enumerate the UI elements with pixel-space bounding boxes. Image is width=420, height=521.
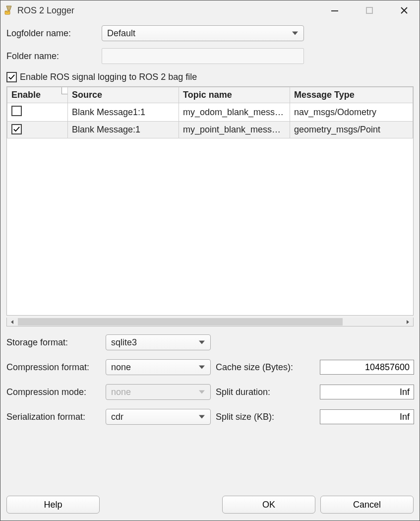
row-enable-checkbox[interactable]	[11, 124, 22, 134]
row-msgtype-cell[interactable]: nav_msgs/Odometry	[290, 103, 413, 122]
check-icon	[8, 73, 15, 81]
chevron-down-icon	[198, 387, 205, 397]
foldername-label: Folder name:	[6, 51, 102, 62]
svg-rect-1	[331, 10, 338, 11]
options-grid: Storage format: sqlite3 Compression form…	[6, 334, 414, 425]
compression-format-dropdown[interactable]: none	[106, 359, 211, 375]
ok-button[interactable]: OK	[222, 496, 315, 514]
enable-logging-row: Enable ROS signal logging to ROS 2 bag f…	[6, 72, 414, 82]
table-horizontal-scrollbar[interactable]	[6, 318, 414, 326]
close-button[interactable]	[397, 3, 412, 18]
cancel-button[interactable]: Cancel	[320, 496, 414, 514]
enable-logging-checkbox[interactable]	[6, 72, 17, 82]
scrollbar-thumb-gap	[343, 318, 402, 326]
row-enable-cell[interactable]	[7, 122, 68, 138]
col-header-msgtype[interactable]: Message Type	[290, 87, 413, 103]
chevron-down-icon	[198, 362, 205, 373]
compression-mode-label: Compression mode:	[6, 387, 103, 397]
chevron-down-icon	[198, 412, 205, 422]
row-msgtype-cell[interactable]: geometry_msgs/Point	[290, 122, 413, 138]
logfolder-label: Logfolder name:	[6, 28, 102, 39]
col-header-topic[interactable]: Topic name	[179, 87, 290, 103]
split-duration-label: Split duration:	[216, 387, 317, 397]
logfolder-value: Default	[107, 28, 135, 39]
dialog-window: ROS 2 Logger Logfolder name: Default	[0, 0, 420, 521]
dialog-body: Logfolder name: Default Folder name: Ena…	[0, 20, 420, 491]
serialization-format-value: cdr	[111, 412, 123, 422]
foldername-input[interactable]	[102, 48, 304, 64]
scrollbar-track[interactable]	[18, 318, 402, 326]
cache-size-label: Cache size (Bytes):	[216, 362, 317, 373]
cache-size-input[interactable]	[320, 360, 414, 375]
row-enable-checkbox[interactable]	[11, 106, 22, 116]
logfolder-row: Logfolder name: Default	[6, 25, 414, 41]
split-size-label: Split size (KB):	[216, 412, 317, 422]
chevron-down-icon	[292, 28, 299, 39]
col-header-enable-label: Enable	[11, 90, 41, 100]
table-row[interactable]: Blank Message1:1 my_odom_blank_messa… na…	[7, 103, 413, 122]
titlebar: ROS 2 Logger	[0, 0, 420, 20]
compression-mode-dropdown: none	[106, 384, 211, 400]
window-title: ROS 2 Logger	[17, 5, 74, 16]
foldername-row: Folder name:	[6, 48, 414, 64]
storage-format-label: Storage format:	[6, 337, 103, 348]
row-source-cell[interactable]: Blank Message:1	[68, 122, 179, 138]
row-topic-cell[interactable]: my_point_blank_message	[179, 122, 290, 138]
minimize-button[interactable]	[327, 3, 342, 18]
help-button[interactable]: Help	[6, 496, 100, 514]
check-icon	[13, 126, 20, 133]
enable-logging-label: Enable ROS signal logging to ROS 2 bag f…	[20, 72, 197, 82]
scroll-left-icon[interactable]	[7, 318, 18, 326]
storage-format-value: sqlite3	[111, 337, 137, 348]
chevron-down-icon	[198, 337, 205, 348]
table-header-row: Enable Source Topic name Message Type	[7, 87, 413, 103]
storage-format-dropdown[interactable]: sqlite3	[106, 334, 211, 350]
table-row[interactable]: Blank Message:1 my_point_blank_message g…	[7, 122, 413, 138]
row-enable-cell[interactable]	[7, 103, 68, 122]
compression-mode-value: none	[111, 387, 131, 397]
serialization-format-label: Serialization format:	[6, 412, 103, 422]
header-select-all-checkbox[interactable]	[61, 87, 68, 95]
row-source-cell[interactable]: Blank Message1:1	[68, 103, 179, 122]
split-duration-input[interactable]	[320, 385, 414, 399]
app-icon	[3, 5, 14, 16]
split-size-input[interactable]	[320, 409, 414, 424]
table-empty-space	[7, 138, 413, 315]
serialization-format-dropdown[interactable]: cdr	[106, 409, 211, 425]
signal-table-container: Enable Source Topic name Message Type Bl…	[6, 86, 414, 316]
col-header-enable[interactable]: Enable	[7, 87, 68, 103]
svg-rect-2	[366, 7, 372, 13]
compression-format-value: none	[111, 362, 131, 373]
col-header-source[interactable]: Source	[68, 87, 179, 103]
row-topic-cell[interactable]: my_odom_blank_messa…	[179, 103, 290, 122]
window-controls	[327, 3, 418, 18]
scroll-right-icon[interactable]	[402, 318, 413, 326]
compression-format-label: Compression format:	[6, 362, 103, 373]
logfolder-dropdown[interactable]: Default	[102, 25, 304, 41]
dialog-footer: Help OK Cancel	[0, 491, 420, 521]
maximize-button[interactable]	[362, 3, 377, 18]
signal-table: Enable Source Topic name Message Type Bl…	[7, 87, 413, 138]
